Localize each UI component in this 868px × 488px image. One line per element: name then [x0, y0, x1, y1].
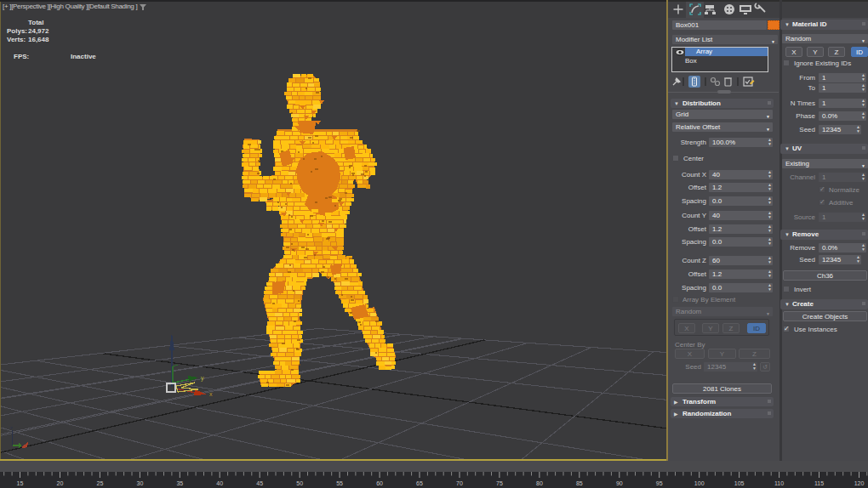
svg-text:115: 115 [814, 480, 824, 486]
svg-text:85: 85 [576, 480, 583, 486]
svg-text:25: 25 [97, 480, 104, 486]
svg-text:55: 55 [336, 480, 343, 486]
svg-text:35: 35 [176, 480, 183, 486]
svg-text:105: 105 [734, 480, 745, 486]
svg-text:z: z [10, 425, 13, 430]
svg-text:65: 65 [416, 480, 423, 486]
svg-text:50: 50 [296, 480, 303, 486]
svg-text:70: 70 [456, 480, 463, 486]
svg-text:75: 75 [496, 480, 503, 486]
svg-text:15: 15 [17, 480, 24, 486]
svg-text:95: 95 [656, 480, 663, 486]
svg-text:100: 100 [694, 480, 705, 486]
svg-text:45: 45 [256, 480, 263, 486]
svg-text:x: x [209, 391, 213, 397]
svg-text:30: 30 [137, 480, 144, 486]
svg-text:20: 20 [57, 480, 64, 486]
svg-text:60: 60 [376, 480, 383, 486]
svg-text:80: 80 [536, 480, 543, 486]
svg-text:110: 110 [774, 480, 784, 486]
svg-text:y: y [201, 375, 204, 382]
svg-text:90: 90 [616, 480, 623, 486]
svg-text:120: 120 [854, 480, 865, 486]
svg-text:40: 40 [216, 480, 223, 486]
